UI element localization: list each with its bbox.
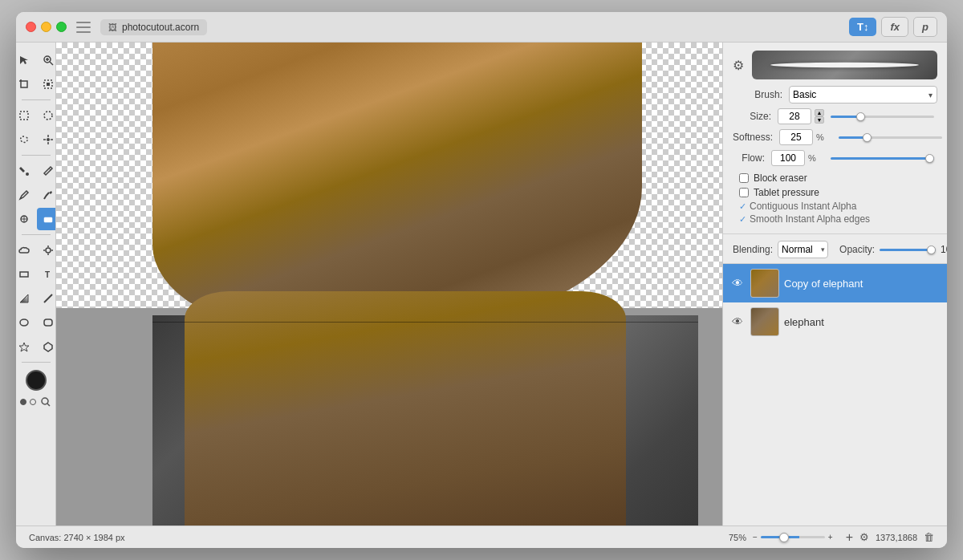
flow-pct: % (808, 153, 824, 163)
brush-header: ⚙ (733, 51, 937, 79)
zoom-in-small[interactable] (39, 396, 52, 408)
paint-bucket-tool[interactable] (16, 160, 35, 182)
gradient-tool[interactable] (16, 287, 35, 310)
block-eraser-row: Block eraser (733, 171, 937, 185)
lasso-tool[interactable] (16, 128, 35, 151)
elephant-body-layer (185, 291, 626, 526)
ellipse-select-tool[interactable] (37, 104, 57, 127)
size-decrement[interactable]: ▼ (815, 116, 824, 124)
color-dot-1[interactable] (20, 399, 26, 405)
canvas-info: Canvas: 2740 × 1984 px (29, 533, 716, 542)
brush-gear-icon[interactable]: ⚙ (733, 58, 744, 73)
layer-options-button[interactable]: ⚙ (859, 531, 869, 543)
opacity-label: Opacity: (839, 244, 875, 255)
softness-row: Softness: 25 % (733, 129, 937, 145)
layer-name: Copy of elephant (784, 278, 941, 290)
tablet-pressure-row: Tablet pressure (733, 185, 937, 200)
polygon-tool[interactable] (37, 335, 57, 358)
zoom-slider[interactable] (761, 536, 825, 538)
svg-line-38 (47, 404, 50, 406)
star-tool[interactable] (16, 335, 35, 358)
zoom-out-icon[interactable]: − (753, 533, 758, 542)
status-bar: Canvas: 2740 × 1984 px 75% − + + ⚙ 1373,… (16, 526, 947, 548)
svg-rect-5 (21, 81, 27, 87)
brush-tool[interactable] (37, 184, 57, 206)
softness-slider[interactable] (839, 136, 942, 139)
zoom-slider-container: − + (753, 533, 833, 542)
brush-type-select[interactable]: Basic (789, 86, 937, 103)
rect-select-tool[interactable] (16, 104, 35, 127)
tablet-pressure-checkbox[interactable] (739, 188, 749, 197)
size-increment[interactable]: ▲ (815, 109, 824, 116)
svg-text:T: T (45, 270, 50, 279)
tools-button[interactable]: T↕ (849, 18, 876, 36)
layer-item[interactable]: 👁 elephant (723, 302, 947, 341)
layer-item[interactable]: 👁 Copy of elephant (723, 264, 947, 302)
blending-select[interactable]: Normal (778, 241, 828, 258)
color-dot-2[interactable] (30, 399, 36, 405)
tablet-pressure-label: Tablet pressure (754, 187, 819, 198)
eraser-tool[interactable] (37, 208, 57, 230)
rect-shape-tool[interactable] (16, 263, 35, 286)
ellipse-shape-tool[interactable] (16, 311, 35, 334)
svg-rect-29 (20, 272, 28, 277)
flow-input[interactable]: 100 (771, 150, 805, 166)
rect-rounded-tool[interactable] (37, 311, 57, 334)
svg-point-16 (47, 138, 50, 141)
svg-point-17 (26, 172, 29, 176)
canvas-divider (152, 322, 698, 323)
add-layer-button[interactable]: + (846, 530, 853, 545)
brush-type-row: Brush: Basic (733, 86, 937, 103)
foreground-color[interactable] (26, 370, 47, 391)
opacity-slider[interactable] (880, 249, 936, 251)
zoom-percentage: 75% (729, 533, 746, 542)
layer-thumbnail (750, 307, 779, 336)
clone-tool[interactable] (16, 208, 35, 230)
cloud-shape-tool[interactable] (16, 239, 35, 262)
block-eraser-label: Block eraser (754, 172, 807, 184)
sidebar-toggle[interactable] (76, 22, 91, 33)
layer-visibility-eye[interactable]: 👁 (729, 275, 746, 291)
text-tool[interactable]: T (37, 263, 57, 286)
transform-tool[interactable] (37, 73, 57, 95)
delete-layer-button[interactable]: 🗑 (924, 531, 934, 543)
size-slider[interactable] (831, 116, 934, 118)
maximize-button[interactable] (56, 22, 67, 32)
line-tool[interactable] (37, 287, 57, 310)
contiguous-label: Contiguous Instant Alpha (750, 201, 856, 212)
contiguous-checkmark: ✓ (739, 201, 746, 212)
pencil-tool[interactable] (16, 184, 35, 206)
canvas-area[interactable] (56, 43, 722, 526)
p-button[interactable]: p (913, 17, 937, 37)
flow-slider[interactable] (831, 157, 934, 160)
block-eraser-checkbox[interactable] (739, 173, 749, 183)
fx-button[interactable]: fx (881, 17, 908, 37)
eyedropper-tool[interactable] (37, 160, 57, 182)
svg-point-37 (42, 398, 48, 404)
softness-input[interactable]: 25 (779, 129, 813, 145)
document-tab[interactable]: 🖼 photocutout.acorn (100, 19, 207, 35)
svg-marker-0 (20, 56, 28, 64)
size-row: Size: 28 ▲ ▼ (733, 108, 937, 124)
contiguous-row: ✓ Contiguous Instant Alpha (733, 200, 937, 213)
zoom-tool[interactable] (37, 49, 57, 71)
size-input[interactable]: 28 (778, 108, 811, 124)
minimize-button[interactable] (41, 22, 51, 32)
layer-visibility-eye[interactable]: 👁 (729, 314, 746, 330)
arrow-tool[interactable] (16, 49, 35, 71)
size-stepper: ▲ ▼ (815, 109, 824, 124)
layers-list: 👁 Copy of elephant 👁 elephant (723, 264, 947, 526)
svg-rect-22 (44, 217, 52, 222)
layer-thumbnail (750, 269, 779, 298)
flow-input-group: 100 % (771, 150, 937, 166)
brush-stroke-preview (770, 63, 919, 67)
zoom-in-icon[interactable]: + (828, 533, 833, 542)
main-area: T (16, 43, 947, 526)
softness-pct: % (816, 132, 832, 142)
magic-wand-tool[interactable] (37, 128, 57, 151)
close-button[interactable] (26, 22, 36, 32)
svg-marker-36 (44, 343, 52, 351)
crop-tool[interactable] (16, 73, 35, 95)
svg-marker-31 (20, 294, 28, 302)
sun-tool[interactable] (37, 239, 57, 262)
